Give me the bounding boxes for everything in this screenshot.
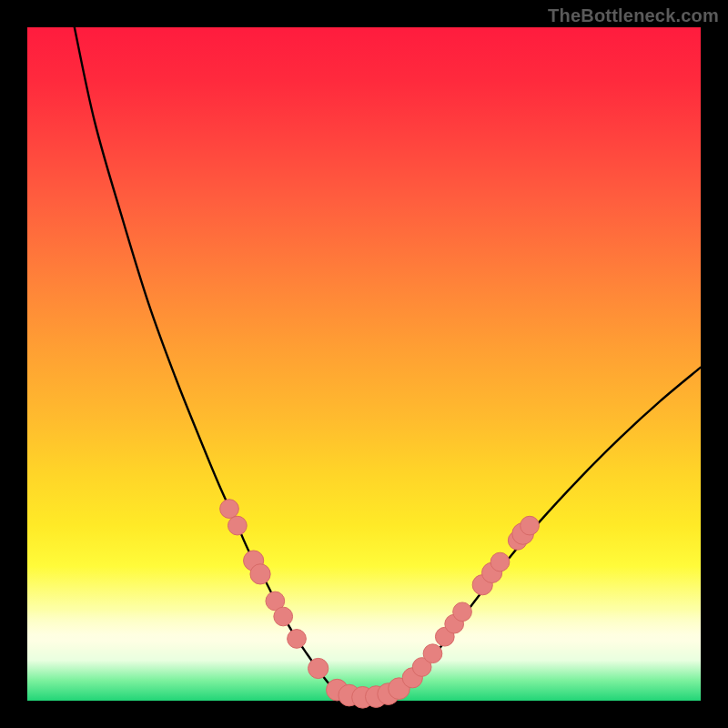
bottleneck-curve bbox=[75, 27, 701, 698]
curve-marker bbox=[453, 602, 472, 622]
curve-marker bbox=[521, 516, 540, 535]
watermark-text: TheBottleneck.com bbox=[548, 5, 719, 26]
curve-marker bbox=[228, 516, 248, 535]
curve-marker bbox=[288, 630, 307, 649]
plot-area bbox=[27, 27, 701, 701]
curve-marker bbox=[220, 500, 239, 519]
chart-frame: TheBottleneck.com bbox=[0, 0, 728, 728]
curve-marker bbox=[423, 644, 442, 663]
curve-marker bbox=[308, 658, 329, 678]
curve-marker bbox=[274, 607, 293, 626]
curve-markers bbox=[220, 500, 540, 708]
curve-marker bbox=[490, 552, 510, 571]
curve-marker bbox=[250, 564, 270, 584]
chart-svg bbox=[27, 27, 701, 701]
